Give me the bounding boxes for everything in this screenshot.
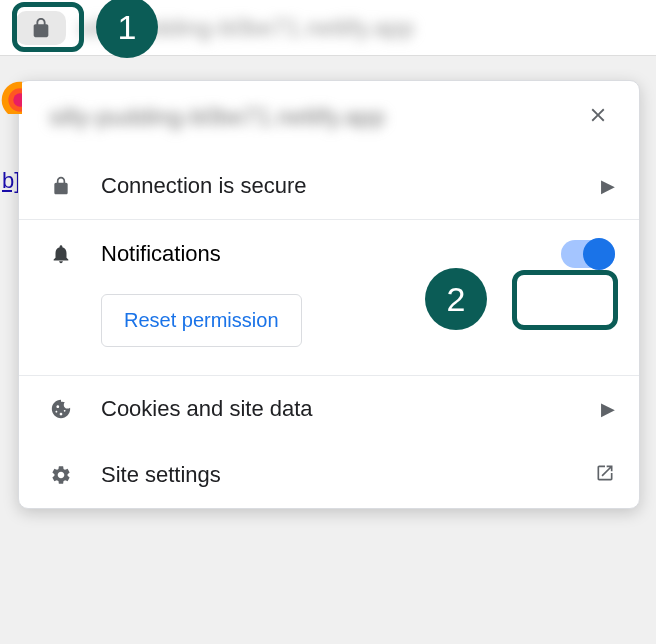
url-text: silly-pudding-b0be71.netlify.app [78,14,414,42]
cookie-icon [49,398,73,420]
gear-icon [49,464,73,486]
popup-site-title: silly-pudding-b0be71.netlify.app [49,103,385,131]
notifications-label: Notifications [101,241,561,267]
bell-icon [49,243,73,265]
close-button[interactable] [581,97,615,137]
notifications-toggle[interactable] [561,240,615,268]
browser-icon-fragment [0,80,22,114]
address-bar: silly-pudding-b0be71.netlify.app [0,0,656,56]
toggle-knob [583,238,615,270]
cookies-row[interactable]: Cookies and site data ▶ [19,376,639,442]
reset-permission-button[interactable]: Reset permission [101,294,302,347]
close-icon [587,104,609,126]
cookies-label: Cookies and site data [101,396,601,422]
popup-header: silly-pudding-b0be71.netlify.app [19,81,639,153]
chevron-right-icon: ▶ [601,398,615,420]
notifications-section: Notifications Reset permission [19,220,639,375]
connection-row[interactable]: Connection is secure ▶ [19,153,639,219]
site-info-popup: silly-pudding-b0be71.netlify.app Connect… [18,80,640,509]
site-settings-row[interactable]: Site settings [19,442,639,508]
connection-label: Connection is secure [101,173,601,199]
chevron-right-icon: ▶ [601,175,615,197]
external-link-icon [595,463,615,488]
site-settings-label: Site settings [101,462,595,488]
lock-button[interactable] [16,11,66,45]
lock-icon [30,17,52,39]
lock-icon [49,176,73,196]
